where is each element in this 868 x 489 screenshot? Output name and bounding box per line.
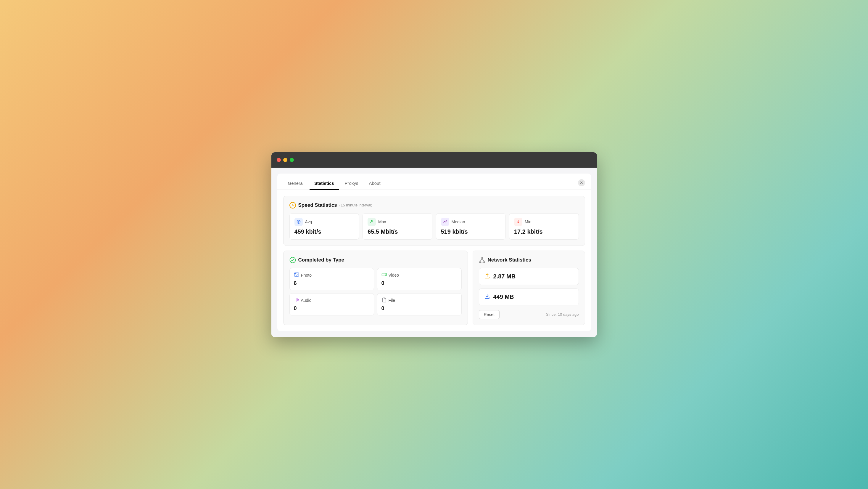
type-video: Video 0 bbox=[377, 268, 462, 290]
min-icon bbox=[514, 218, 522, 226]
speed-min-label: Min bbox=[514, 218, 574, 226]
svg-line-15 bbox=[480, 259, 482, 261]
reset-button[interactable]: Reset bbox=[479, 310, 500, 319]
max-icon bbox=[368, 218, 376, 226]
speed-avg: Avg 459 kbit/s bbox=[289, 213, 359, 240]
photo-label: Photo bbox=[301, 273, 312, 278]
tab-general[interactable]: General bbox=[283, 178, 308, 190]
photo-value: 6 bbox=[294, 280, 370, 286]
type-video-label: Video bbox=[381, 272, 457, 279]
speed-statistics-label: Speed Statistics bbox=[298, 202, 337, 208]
network-footer: Reset Since: 10 days ago bbox=[479, 310, 579, 319]
audio-label: Audio bbox=[301, 298, 312, 303]
video-icon bbox=[381, 272, 387, 279]
svg-line-5 bbox=[371, 221, 372, 223]
check-icon bbox=[289, 257, 296, 263]
speed-grid: Avg 459 kbit/s bbox=[289, 213, 579, 240]
since-text: Since: 10 days ago bbox=[546, 312, 579, 317]
median-label: Median bbox=[452, 220, 465, 224]
avg-label: Avg bbox=[305, 220, 312, 224]
tabs: General Statistics Proxys About bbox=[283, 178, 385, 190]
upload-icon bbox=[484, 272, 490, 281]
type-file: File 0 bbox=[377, 293, 462, 315]
file-icon bbox=[381, 297, 387, 304]
avg-value: 459 kbit/s bbox=[294, 228, 354, 235]
dialog-close-button[interactable]: ✕ bbox=[578, 179, 585, 186]
max-value: 65.5 Mbit/s bbox=[368, 228, 427, 235]
network-download: 449 MB bbox=[479, 288, 579, 305]
speed-min: Min 17.2 kbit/s bbox=[509, 213, 579, 240]
speed-statistics-card: Speed Statistics (15 minute interval) bbox=[283, 196, 585, 246]
main-window: General Statistics Proxys About ✕ bbox=[271, 152, 597, 337]
median-value: 519 kbit/s bbox=[441, 228, 501, 235]
dialog-header: General Statistics Proxys About ✕ bbox=[277, 174, 591, 190]
network-upload: 2.87 MB bbox=[479, 268, 579, 285]
network-stats: 2.87 MB 449 MB bbox=[479, 268, 579, 319]
network-statistics-label: Network Statistics bbox=[488, 257, 531, 263]
speed-median: Median 519 kbit/s bbox=[436, 213, 506, 240]
svg-rect-11 bbox=[382, 273, 385, 276]
completed-by-type-label: Completed by Type bbox=[298, 257, 344, 263]
svg-point-8 bbox=[290, 257, 296, 263]
median-icon bbox=[441, 218, 449, 226]
speed-median-label: Median bbox=[441, 218, 501, 226]
avg-icon bbox=[294, 218, 303, 226]
min-label: Min bbox=[525, 220, 531, 224]
svg-line-16 bbox=[482, 259, 484, 261]
type-audio: Audio 0 bbox=[289, 293, 374, 315]
file-value: 0 bbox=[381, 305, 457, 312]
bottom-row: Completed by Type bbox=[283, 251, 585, 325]
network-icon bbox=[479, 257, 485, 263]
type-photo: Photo 6 bbox=[289, 268, 374, 290]
content-area: General Statistics Proxys About ✕ bbox=[271, 168, 597, 337]
video-label: Video bbox=[389, 273, 399, 278]
dialog-body: Speed Statistics (15 minute interval) bbox=[277, 190, 591, 331]
dialog: General Statistics Proxys About ✕ bbox=[277, 174, 591, 331]
file-label: File bbox=[389, 298, 395, 303]
svg-point-12 bbox=[482, 257, 483, 259]
upload-value: 2.87 MB bbox=[493, 273, 516, 280]
audio-value: 0 bbox=[294, 305, 370, 312]
type-photo-label: Photo bbox=[294, 272, 370, 279]
completed-by-type-card: Completed by Type bbox=[283, 251, 468, 325]
maximize-button[interactable] bbox=[290, 158, 294, 162]
type-file-label: File bbox=[381, 297, 457, 304]
tab-about[interactable]: About bbox=[364, 178, 385, 190]
completed-by-type-title: Completed by Type bbox=[289, 257, 462, 263]
speed-avg-label: Avg bbox=[294, 218, 354, 226]
download-icon bbox=[484, 293, 490, 301]
speed-max-label: Max bbox=[368, 218, 427, 226]
speed-max: Max 65.5 Mbit/s bbox=[363, 213, 432, 240]
max-label: Max bbox=[378, 220, 386, 224]
clock-icon bbox=[289, 202, 296, 208]
audio-icon bbox=[294, 297, 299, 304]
titlebar bbox=[271, 152, 597, 168]
speed-statistics-title: Speed Statistics (15 minute interval) bbox=[289, 202, 579, 208]
tab-statistics[interactable]: Statistics bbox=[310, 178, 339, 190]
download-value: 449 MB bbox=[493, 293, 514, 300]
minimize-button[interactable] bbox=[283, 158, 287, 162]
min-value: 17.2 kbit/s bbox=[514, 228, 574, 235]
network-statistics-title: Network Statistics bbox=[479, 257, 579, 263]
network-statistics-card: Network Statistics bbox=[473, 251, 585, 325]
svg-line-1 bbox=[293, 205, 293, 206]
video-value: 0 bbox=[381, 280, 457, 286]
type-grid: Photo 6 bbox=[289, 268, 462, 315]
photo-icon bbox=[294, 272, 299, 279]
close-button[interactable] bbox=[277, 158, 281, 162]
speed-statistics-interval: (15 minute interval) bbox=[339, 203, 372, 207]
tab-proxys[interactable]: Proxys bbox=[340, 178, 363, 190]
type-audio-label: Audio bbox=[294, 297, 370, 304]
